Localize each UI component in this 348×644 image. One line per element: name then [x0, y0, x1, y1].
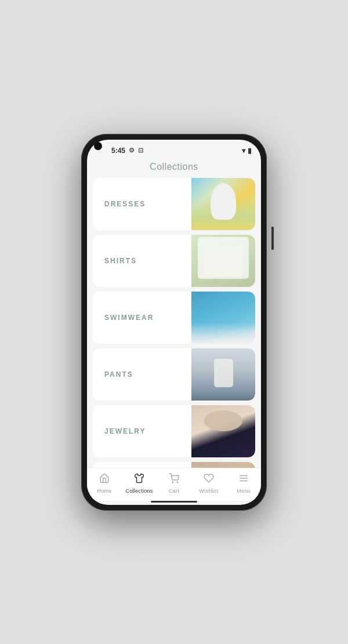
collections-nav-label: Collections [125, 488, 153, 494]
collection-item-jewelry[interactable]: JEWELRY [93, 405, 255, 457]
collection-image-shirts [191, 235, 255, 287]
home-nav-icon [99, 473, 110, 486]
nav-item-cart[interactable]: Cart [160, 473, 188, 494]
collection-item-dresses[interactable]: DRESSES [93, 178, 255, 230]
battery-icon: ▮ [248, 147, 252, 155]
cart-nav-icon [169, 473, 179, 486]
collection-item-makeup[interactable]: MAKE UP [93, 462, 255, 468]
menu-nav-label: Menu [237, 488, 251, 494]
bottom-nav: HomeCollectionsCartWishlistMenu [87, 468, 261, 501]
collections-list: DRESSESSHIRTSSWIMWEARPANTSJEWELRYMAKE UP [87, 178, 261, 468]
phone-screen: 5:45 ⚙ ⊡ ▾ ▮ Collections DRESSESSHIRTSSW… [87, 140, 261, 505]
collection-label-pants: PANTS [93, 370, 191, 379]
camera-hole [94, 142, 102, 150]
collection-label-swimwear: SWIMWEAR [93, 314, 191, 322]
status-bar: 5:45 ⚙ ⊡ ▾ ▮ [87, 140, 261, 157]
home-nav-label: Home [97, 488, 111, 494]
status-left: 5:45 ⚙ ⊡ [111, 147, 143, 155]
collection-image-pants [191, 348, 255, 401]
svg-point-1 [177, 482, 178, 483]
collection-label-dresses: DRESSES [93, 200, 191, 208]
home-indicator [151, 501, 197, 503]
page-title: Collections [87, 157, 261, 178]
wishlist-nav-label: Wishlist [199, 488, 218, 494]
nav-item-home[interactable]: Home [90, 473, 119, 494]
collection-item-swimwear[interactable]: SWIMWEAR [93, 292, 255, 344]
nav-item-wishlist[interactable]: Wishlist [194, 473, 223, 494]
collection-image-dresses [191, 178, 255, 230]
menu-nav-icon [238, 473, 249, 486]
cart-nav-label: Cart [169, 488, 179, 494]
collection-image-swimwear [191, 292, 255, 344]
nav-item-menu[interactable]: Menu [229, 473, 258, 494]
collection-item-shirts[interactable]: SHIRTS [93, 235, 255, 287]
phone-frame: 5:45 ⚙ ⊡ ▾ ▮ Collections DRESSESSHIRTSSW… [81, 134, 267, 511]
wifi-icon: ▾ [242, 147, 245, 155]
collection-label-shirts: SHIRTS [93, 257, 191, 265]
svg-point-0 [172, 482, 173, 483]
collection-image-makeup [191, 462, 255, 468]
status-time: 5:45 [111, 147, 125, 155]
collection-item-pants[interactable]: PANTS [93, 348, 255, 401]
sim-icon: ⊡ [138, 147, 143, 154]
wishlist-nav-icon [204, 473, 214, 486]
collections-nav-icon [134, 473, 144, 486]
status-right: ▾ ▮ [242, 147, 252, 155]
gear-icon: ⚙ [129, 147, 135, 154]
side-button [271, 227, 274, 250]
nav-item-collections[interactable]: Collections [125, 473, 154, 494]
collection-label-jewelry: JEWELRY [93, 427, 191, 435]
collection-image-jewelry [191, 405, 255, 457]
